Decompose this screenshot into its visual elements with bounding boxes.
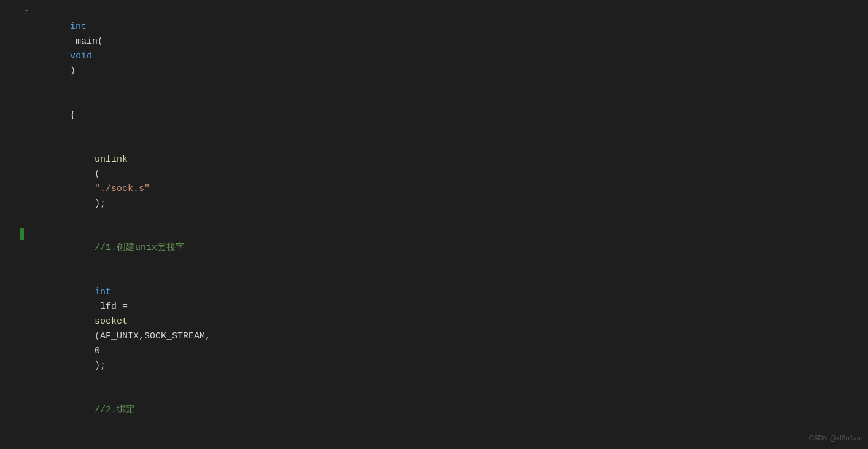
bookmark-4 [20, 228, 24, 240]
code-line-2: { [0, 93, 868, 138]
watermark: CSDN @xf3n1an [808, 433, 861, 444]
code-line-3: unlink ( "./sock.s" ); [0, 138, 868, 226]
code-line-7: struct sockaddr_un saddr; [0, 432, 868, 449]
code-line-4: //1.创建unix套接字 [0, 226, 868, 270]
code-line-5: int lfd = socket (AF_UNIX,SOCK_STREAM, 0… [0, 270, 868, 388]
code-line-6: //2.绑定 [0, 388, 868, 432]
code-line-1: ⊟ int main( void ) [0, 5, 868, 93]
keyword-int: int [70, 21, 87, 32]
code-editor: ⊟ int main( void ) { unlink ( "./sock.s"… [0, 0, 868, 449]
fold-icon-1[interactable]: ⊟ [25, 7, 29, 18]
